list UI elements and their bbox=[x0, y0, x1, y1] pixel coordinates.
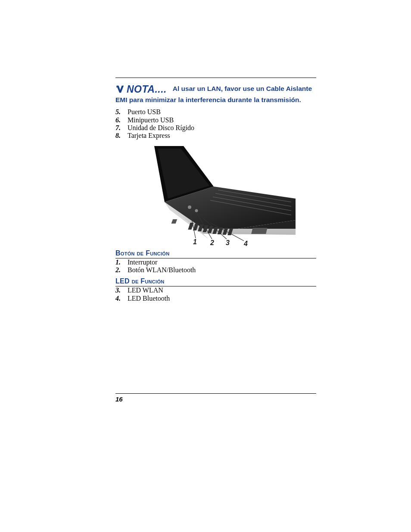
item-number: 3. bbox=[115, 286, 128, 294]
svg-rect-12 bbox=[171, 219, 177, 224]
note-block: NOTA.... Al usar un LAN, favor use un Ca… bbox=[115, 83, 316, 104]
list-item: 4. LED Bluetooth bbox=[115, 295, 316, 302]
page-number: 16 bbox=[115, 395, 316, 403]
item-number: 6. bbox=[115, 116, 128, 124]
item-label: Minipuerto USB bbox=[128, 116, 174, 124]
item-number: 8. bbox=[115, 132, 128, 140]
item-number: 1. bbox=[115, 258, 128, 266]
item-label: LED WLAN bbox=[128, 286, 163, 294]
document-page: NOTA.... Al usar un LAN, favor use un Ca… bbox=[0, 0, 411, 532]
item-number: 5. bbox=[115, 108, 128, 116]
figure-marker-1: 1 bbox=[193, 238, 197, 246]
figure-marker-2: 2 bbox=[210, 239, 214, 246]
figure: 1 2 3 4 bbox=[115, 143, 316, 246]
note-glyph-icon bbox=[115, 84, 125, 94]
list-item: 1. Interruptor bbox=[115, 258, 316, 266]
note-label: NOTA.... bbox=[115, 83, 167, 96]
section-heading-function-led: LED de Función bbox=[115, 277, 316, 286]
page-footer: 16 bbox=[115, 393, 316, 403]
laptop-illustration: 1 2 3 4 bbox=[136, 143, 296, 246]
svg-point-10 bbox=[188, 205, 191, 209]
top-rule bbox=[115, 78, 316, 78]
item-number: 2. bbox=[115, 266, 128, 274]
item-label: Tarjeta Express bbox=[128, 132, 170, 140]
note-label-text: NOTA.... bbox=[127, 83, 167, 96]
list-item: 6. Minipuerto USB bbox=[115, 116, 316, 124]
function-led-list: 3. LED WLAN 4. LED Bluetooth bbox=[115, 286, 316, 302]
item-label: Botón WLAN/Bluetooth bbox=[128, 266, 196, 274]
list-item: 2. Botón WLAN/Bluetooth bbox=[115, 266, 316, 274]
list-item: 5. Puerto USB bbox=[115, 108, 316, 116]
item-number: 4. bbox=[115, 295, 128, 302]
item-label: Interruptor bbox=[128, 258, 157, 266]
item-label: Puerto USB bbox=[128, 108, 161, 116]
list-item: 7. Unidad de Disco Rígido bbox=[115, 124, 316, 132]
top-numbered-list: 5. Puerto USB 6. Minipuerto USB 7. Unida… bbox=[115, 108, 316, 140]
svg-point-11 bbox=[195, 209, 198, 212]
section-heading-function-button: Botón de Función bbox=[115, 249, 316, 258]
list-item: 8. Tarjeta Express bbox=[115, 132, 316, 140]
figure-marker-4: 4 bbox=[243, 240, 248, 246]
item-label: Unidad de Disco Rígido bbox=[128, 124, 194, 132]
function-button-list: 1. Interruptor 2. Botón WLAN/Bluetooth bbox=[115, 258, 316, 274]
list-item: 3. LED WLAN bbox=[115, 286, 316, 294]
svg-rect-22 bbox=[251, 228, 267, 234]
item-number: 7. bbox=[115, 124, 128, 132]
figure-marker-3: 3 bbox=[226, 239, 230, 246]
item-label: LED Bluetooth bbox=[128, 295, 170, 302]
footer-rule bbox=[115, 393, 316, 394]
